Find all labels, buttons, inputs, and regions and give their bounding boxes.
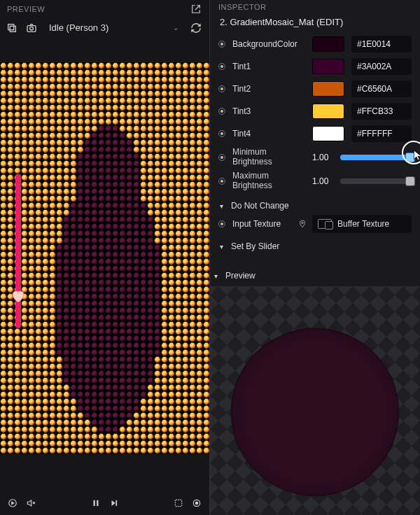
- camera-icon[interactable]: [25, 22, 38, 34]
- mute-icon[interactable]: [25, 498, 36, 509]
- color-property-list: BackgroundColor#1E0014Tint1#3A002ATint2#…: [210, 34, 420, 143]
- section-do-not-change[interactable]: Do Not Change: [210, 194, 420, 213]
- external-link-icon[interactable]: [190, 3, 202, 15]
- color-property-row: Tint4#FFFFFF: [218, 124, 412, 143]
- texture-icon: [318, 219, 332, 229]
- radio-icon[interactable]: [218, 41, 225, 48]
- max-brightness-value: 1.00: [312, 176, 336, 186]
- svg-rect-5: [93, 500, 94, 506]
- color-hex-field[interactable]: #1E0014: [351, 36, 412, 52]
- inspector-header-label: INSPECTOR: [210, 0, 420, 13]
- heart-icon[interactable]: [10, 288, 27, 304]
- color-hex-field[interactable]: #C6560A: [351, 80, 412, 97]
- radio-icon[interactable]: [218, 154, 225, 161]
- color-property-row: Tint2#C6560A: [218, 79, 412, 99]
- svg-rect-6: [97, 500, 98, 506]
- color-label: Tint2: [232, 84, 308, 94]
- color-property-row: Tint3#FFCB33: [218, 101, 412, 121]
- preview-bottom-bar: [0, 491, 209, 515]
- section-preview[interactable]: Preview: [210, 264, 420, 283]
- section-set-by-slider[interactable]: Set By Slider: [210, 234, 420, 254]
- radio-icon[interactable]: [218, 85, 225, 92]
- inspector-subtitle: 2. GradientMosaic_Mat (EDIT): [210, 13, 420, 34]
- input-texture-value[interactable]: Buffer Texture: [312, 215, 412, 233]
- input-texture-label: Input Texture: [232, 219, 294, 229]
- material-preview-area: [210, 286, 420, 515]
- color-label: Tint1: [232, 62, 308, 71]
- min-brightness-label: Minimum Brightness: [232, 148, 308, 167]
- svg-rect-7: [115, 500, 117, 506]
- color-hex-field[interactable]: #3A002A: [351, 58, 412, 75]
- svg-rect-1: [10, 26, 15, 31]
- mosaic-canvas: [0, 62, 209, 454]
- material-preview-sphere: [231, 328, 399, 496]
- vertical-slider-track[interactable]: [15, 174, 21, 328]
- radio-icon[interactable]: [218, 178, 225, 185]
- max-brightness-slider[interactable]: [340, 176, 412, 186]
- preview-panel: PREVIEW Idle (Person 3) ⌄: [0, 0, 210, 515]
- color-label: BackgroundColor: [232, 39, 308, 49]
- radio-icon[interactable]: [218, 108, 225, 115]
- max-brightness-label: Maximum Brightness: [232, 171, 308, 191]
- color-hex-field[interactable]: #FFFFFF: [351, 125, 412, 142]
- preview-canvas-wrap: [0, 41, 209, 491]
- color-property-row: BackgroundColor#1E0014: [218, 34, 412, 54]
- inspector-panel: INSPECTOR 2. GradientMosaic_Mat (EDIT) B…: [210, 0, 420, 515]
- svg-rect-8: [175, 500, 181, 506]
- refresh-icon[interactable]: [190, 22, 202, 34]
- color-property-row: Tint1#3A002A: [218, 57, 412, 76]
- min-brightness-slider[interactable]: [340, 153, 412, 162]
- crop-icon[interactable]: [173, 498, 184, 509]
- pin-icon[interactable]: [298, 220, 307, 228]
- max-brightness-row: Maximum Brightness 1.00: [218, 169, 412, 194]
- vertical-slider-top: [15, 174, 21, 180]
- input-texture-row: Input Texture Buffer Texture: [210, 213, 420, 234]
- color-label: Tint4: [232, 129, 308, 139]
- color-label: Tint3: [232, 106, 308, 116]
- state-dropdown[interactable]: Idle (Person 3) ⌄: [45, 20, 183, 36]
- color-swatch[interactable]: [312, 104, 344, 119]
- layers-icon[interactable]: [6, 22, 18, 34]
- svg-point-10: [195, 502, 199, 505]
- preview-header-label: PREVIEW: [7, 5, 45, 13]
- next-icon[interactable]: [108, 498, 120, 509]
- color-swatch[interactable]: [312, 126, 344, 141]
- record-icon[interactable]: [191, 498, 202, 509]
- radio-icon[interactable]: [218, 63, 225, 70]
- radio-icon[interactable]: [218, 220, 225, 227]
- pause-icon[interactable]: [90, 498, 102, 509]
- color-swatch[interactable]: [312, 36, 344, 52]
- state-dropdown-label: Idle (Person 3): [49, 22, 108, 33]
- min-brightness-value: 1.00: [312, 153, 336, 162]
- svg-point-3: [30, 27, 34, 30]
- chevron-down-icon: ⌄: [173, 24, 178, 31]
- color-hex-field[interactable]: #FFCB33: [351, 103, 412, 120]
- svg-rect-0: [8, 24, 14, 29]
- svg-point-11: [302, 222, 304, 224]
- color-swatch[interactable]: [312, 59, 344, 74]
- color-swatch[interactable]: [312, 81, 344, 97]
- min-brightness-row: Minimum Brightness 1.00: [218, 148, 412, 166]
- music-note-icon[interactable]: [7, 498, 18, 509]
- radio-icon[interactable]: [218, 130, 225, 137]
